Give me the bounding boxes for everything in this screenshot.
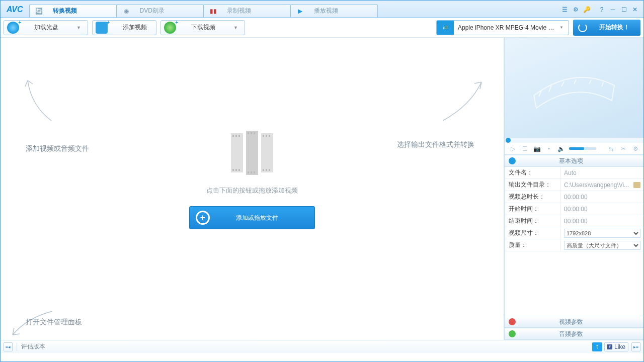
prop-filename: 文件名： — [505, 167, 643, 179]
disc-icon: ◉ — [123, 8, 130, 15]
facebook-icon: f — [607, 344, 612, 349]
prop-key: 文件名： — [505, 167, 561, 178]
twitter-icon[interactable]: t — [592, 342, 602, 351]
stop-icon[interactable]: ☐ — [521, 145, 529, 153]
filmstrip-placeholder-icon — [524, 60, 624, 116]
maximize-button[interactable]: ☐ — [618, 5, 629, 14]
status-text: 评估版本 — [21, 342, 45, 351]
key-icon[interactable]: 🔑 — [581, 5, 592, 14]
section-video[interactable]: 视频参数 — [505, 316, 643, 328]
hint-open-panel: 打开文件管理面板 — [26, 318, 82, 327]
section-basic[interactable]: 基本选项 — [505, 155, 643, 167]
section-title: 视频参数 — [559, 318, 583, 326]
close-button[interactable]: ✕ — [629, 5, 640, 14]
record-icon: ▮▮ — [210, 8, 217, 15]
outdir-value: C:\Users\wangpeng\Vi... — [564, 182, 631, 189]
app-logo: AVC — [3, 5, 29, 17]
cut-icon[interactable]: ✂ — [619, 145, 627, 153]
video-icon — [509, 318, 516, 325]
video-size-select[interactable]: 1792x828 — [564, 229, 640, 238]
output-format-selector[interactable]: all Apple iPhone XR MPEG-4 Movie (*.m...… — [436, 20, 569, 35]
prop-key: 视频总时长： — [505, 191, 561, 203]
tab-convert[interactable]: 🔄 转换视频 — [29, 4, 117, 17]
add-video-button[interactable]: 添加视频 — [92, 20, 156, 35]
facebook-like-button[interactable]: f Like — [604, 342, 628, 351]
status-bar: ≡◂ 评估版本 t f Like ▸≡ — [1, 340, 643, 353]
settings-icon[interactable]: ⚙ — [570, 5, 581, 14]
arrow-icon — [24, 78, 59, 123]
wand-icon[interactable]: ⚙ — [631, 145, 639, 153]
playlist-toggle-button[interactable]: ▸≡ — [631, 342, 640, 351]
loop-icon[interactable]: ⇆ — [607, 145, 615, 153]
button-label: 加载光盘 — [34, 23, 64, 32]
prop-key: 输出文件目录： — [505, 179, 561, 191]
section-audio[interactable]: 音频参数 — [505, 328, 643, 340]
preview-controls: ▷ ☐ 📷 ▾ 🔈 ⇆ ✂ ⚙ — [505, 143, 643, 155]
button-label: 添加或拖放文件 — [236, 214, 278, 222]
button-label: 添加视频 — [123, 23, 153, 32]
section-title: 基本选项 — [559, 157, 583, 165]
prop-key: 质量： — [505, 239, 561, 251]
empty-prompt: 点击下面的按钮或拖放添加视频 — [206, 186, 298, 195]
format-icon: all — [437, 21, 454, 35]
tab-dvd[interactable]: ◉ DVD刻录 — [116, 4, 204, 17]
section-title: 音频参数 — [559, 330, 583, 338]
like-label: Like — [614, 343, 625, 350]
tab-play[interactable]: ▶ 播放视频 — [290, 4, 378, 17]
volume-slider[interactable] — [569, 147, 596, 150]
chevron-down-icon[interactable]: ▾ — [545, 145, 553, 153]
hint-add-files: 添加视频或音频文件 — [26, 144, 89, 153]
drop-canvas[interactable]: 添加视频或音频文件 选择输出文件格式并转换 打开文件管理面板 点击下面的按钮或拖… — [1, 38, 504, 340]
quality-select[interactable]: 高质量（大尺寸文件） — [564, 241, 640, 250]
panel-toggle-button[interactable]: ≡◂ — [4, 342, 13, 351]
play-icon: ▶ — [297, 8, 304, 15]
globe-icon — [509, 157, 516, 164]
prop-size: 视频尺寸： 1792x828 — [505, 227, 643, 239]
prop-duration: 视频总时长： 00:00:00 — [505, 191, 643, 203]
hint-choose-format: 选择输出文件格式并转换 — [397, 140, 474, 149]
volume-icon[interactable]: 🔈 — [557, 145, 565, 153]
filename-input[interactable] — [564, 169, 640, 176]
plus-circle-icon: + — [196, 211, 210, 225]
prop-quality: 质量： 高质量（大尺寸文件） — [505, 239, 643, 251]
arrow-icon — [440, 78, 486, 123]
scrub-bar[interactable] — [505, 138, 643, 143]
prop-start: 开始时间： — [505, 203, 643, 215]
prop-key: 开始时间： — [505, 203, 561, 215]
disc-plus-icon — [7, 22, 19, 34]
tab-label: 转换视频 — [53, 7, 77, 15]
chevron-down-icon: ▼ — [559, 25, 569, 30]
titlebar: AVC 🔄 转换视频 ◉ DVD刻录 ▮▮ 录制视频 ▶ 播放视频 ☰ ⚙ 🔑 … — [1, 1, 643, 18]
duration-value: 00:00:00 — [561, 191, 643, 203]
end-time-input[interactable] — [564, 218, 640, 225]
start-time-input[interactable] — [564, 206, 640, 213]
scrub-handle[interactable] — [506, 138, 511, 143]
start-convert-button[interactable]: 开始转换！ — [573, 20, 640, 36]
prop-output-dir: 输出文件目录： C:\Users\wangpeng\Vi... — [505, 179, 643, 191]
add-files-button[interactable]: + 添加或拖放文件 — [189, 206, 315, 229]
video-plus-icon — [96, 22, 108, 34]
convert-icon: 🔄 — [36, 8, 43, 15]
play-icon[interactable]: ▷ — [509, 145, 517, 153]
tab-label: 录制视频 — [227, 7, 251, 15]
chevron-down-icon: ▼ — [233, 25, 242, 30]
load-disc-button[interactable]: 加载光盘 ▼ — [4, 20, 88, 35]
prop-key: 视频尺寸： — [505, 227, 561, 239]
filmstrip-icon — [231, 133, 273, 175]
minimize-button[interactable]: ─ — [607, 5, 618, 14]
tab-label: DVD刻录 — [140, 7, 165, 15]
tab-record[interactable]: ▮▮ 录制视频 — [203, 4, 291, 17]
snapshot-icon[interactable]: 📷 — [533, 145, 541, 153]
prop-end: 结束时间： — [505, 215, 643, 227]
chevron-down-icon: ▼ — [76, 25, 85, 30]
download-video-button[interactable]: 下载视频 ▼ — [160, 20, 245, 35]
menu-icon[interactable]: ☰ — [559, 5, 570, 14]
globe-plus-icon — [164, 22, 176, 34]
properties-panel: ▷ ☐ 📷 ▾ 🔈 ⇆ ✂ ⚙ 基本选项 文件名： 输出文件目录： C:\Use… — [504, 38, 643, 340]
empty-state: 点击下面的按钮或拖放添加视频 + 添加或拖放文件 — [189, 133, 315, 229]
folder-icon[interactable] — [633, 182, 640, 188]
help-icon[interactable]: ? — [596, 5, 607, 14]
prop-key: 结束时间： — [505, 215, 561, 227]
tab-label: 播放视频 — [314, 7, 338, 15]
button-label: 开始转换！ — [599, 23, 629, 32]
